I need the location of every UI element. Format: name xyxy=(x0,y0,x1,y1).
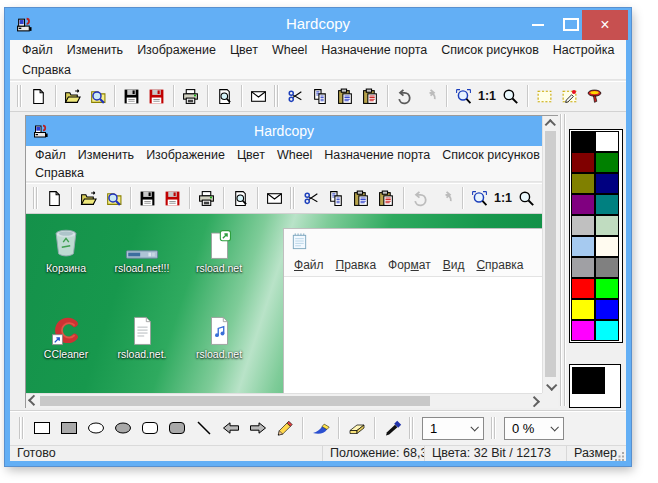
scroll-right-button[interactable] xyxy=(528,394,542,408)
toolbar-grip[interactable] xyxy=(19,416,25,440)
print-preview-button[interactable] xyxy=(212,84,237,109)
scroll-up-button[interactable] xyxy=(543,116,558,131)
scroll-down-button[interactable] xyxy=(543,378,558,393)
capture-button[interactable] xyxy=(582,84,607,109)
cut-button[interactable] xyxy=(299,186,324,211)
menu-item-Wheel[interactable]: Wheel xyxy=(265,40,314,60)
rectangle-button[interactable] xyxy=(28,416,55,440)
menu-item-Изменить[interactable]: Изменить xyxy=(60,40,130,60)
new-document-button[interactable] xyxy=(42,186,67,211)
palette-swatch-#000080[interactable] xyxy=(595,173,619,194)
child-title-bar[interactable]: Hardcopy xyxy=(26,116,542,146)
horizontal-scrollbar[interactable] xyxy=(26,393,542,408)
palette-swatch-#C0C0C0[interactable] xyxy=(571,215,595,236)
menu-item-Список рисунков[interactable]: Список рисунков xyxy=(436,146,542,164)
save-button[interactable] xyxy=(119,84,144,109)
rounded-rectangle-filled-button[interactable] xyxy=(163,416,190,440)
menu-item-Справка[interactable]: Справка xyxy=(29,164,90,182)
zoom-100-button[interactable]: 1:1 xyxy=(476,84,498,109)
rounded-rectangle-button[interactable] xyxy=(136,416,163,440)
arrow-left-button[interactable] xyxy=(217,416,244,440)
palette-swatch-#808080[interactable] xyxy=(595,257,619,278)
resize-grip[interactable] xyxy=(615,450,625,460)
arrow-right-button[interactable] xyxy=(244,416,271,440)
zoom-window-button[interactable] xyxy=(467,186,492,211)
title-bar[interactable]: Hardcopy × xyxy=(5,8,631,40)
zoom-button[interactable] xyxy=(514,186,539,211)
send-mail-button[interactable] xyxy=(246,84,271,109)
palette-swatch-#A0A0A4[interactable] xyxy=(571,257,595,278)
zoom-button[interactable] xyxy=(498,84,523,109)
pencil-button[interactable] xyxy=(271,416,298,440)
marker-button[interactable] xyxy=(307,416,334,440)
print-button[interactable] xyxy=(194,186,219,211)
toolbar-grip[interactable] xyxy=(290,186,296,210)
open-button[interactable] xyxy=(76,186,101,211)
menu-item-Wheel[interactable]: Wheel xyxy=(271,146,318,164)
palette-swatch-#FFFFFF[interactable] xyxy=(595,131,619,152)
save-as-button[interactable] xyxy=(160,186,185,211)
toolbar-grip[interactable] xyxy=(17,84,23,108)
close-button[interactable]: × xyxy=(582,10,628,40)
menu-item-Файл[interactable]: Файл xyxy=(29,146,72,164)
copy-button[interactable] xyxy=(308,84,333,109)
toolbar-grip[interactable] xyxy=(409,416,415,440)
ellipse-filled-button[interactable] xyxy=(109,416,136,440)
zoom-window-button[interactable] xyxy=(451,84,476,109)
open-button[interactable] xyxy=(60,84,85,109)
send-mail-button[interactable] xyxy=(262,186,287,211)
cut-button[interactable] xyxy=(283,84,308,109)
palette-swatch-#00FFFF[interactable] xyxy=(595,320,619,341)
menu-item-Изменить[interactable]: Изменить xyxy=(72,146,140,164)
print-button[interactable] xyxy=(178,84,203,109)
menu-item-Цвет[interactable]: Цвет xyxy=(223,40,265,60)
open-preview-button[interactable] xyxy=(85,84,110,109)
open-preview-button[interactable] xyxy=(101,186,126,211)
paste-button[interactable] xyxy=(333,84,358,109)
toolbar-grip[interactable] xyxy=(274,84,280,108)
line-button[interactable] xyxy=(190,416,217,440)
palette-swatch-#800000[interactable] xyxy=(571,152,595,173)
paste-special-button[interactable] xyxy=(374,186,399,211)
line-width-dropdown[interactable]: 1 xyxy=(422,417,484,440)
vertical-scroll-thumb[interactable] xyxy=(545,131,556,377)
redo-button[interactable] xyxy=(417,84,442,109)
opacity-dropdown-button[interactable] xyxy=(545,418,563,439)
redo-button[interactable] xyxy=(433,186,458,211)
minimize-button[interactable] xyxy=(525,8,551,40)
eraser-button[interactable] xyxy=(343,416,370,440)
menu-item-Справка[interactable]: Справка xyxy=(15,60,78,80)
paste-special-button[interactable] xyxy=(358,84,383,109)
menu-item-Файл[interactable]: Файл xyxy=(15,40,60,60)
palette-swatch-#000000[interactable] xyxy=(571,131,595,152)
undo-button[interactable] xyxy=(392,84,417,109)
palette-swatch-#008080[interactable] xyxy=(595,194,619,215)
new-document-button[interactable] xyxy=(26,84,51,109)
undo-button[interactable] xyxy=(408,186,433,211)
menu-item-Настройка[interactable]: Настройка xyxy=(546,40,622,60)
menu-item-Назначение порта[interactable]: Назначение порта xyxy=(318,146,436,164)
menu-item-Изображение[interactable]: Изображение xyxy=(140,146,231,164)
select-rectangle-button[interactable] xyxy=(532,84,557,109)
line-width-dropdown-button[interactable] xyxy=(465,418,483,439)
ellipse-button[interactable] xyxy=(82,416,109,440)
save-button[interactable] xyxy=(135,186,160,211)
edit-selection-button[interactable] xyxy=(557,84,582,109)
menu-item-Назначение порта[interactable]: Назначение порта xyxy=(314,40,434,60)
rectangle-filled-button[interactable] xyxy=(55,416,82,440)
paste-button[interactable] xyxy=(349,186,374,211)
palette-swatch-#808000[interactable] xyxy=(571,173,595,194)
palette-swatch-#800080[interactable] xyxy=(571,194,595,215)
maximize-button[interactable] xyxy=(557,8,583,40)
palette-swatch-#FFFBF0[interactable] xyxy=(595,236,619,257)
palette-swatch-#00FF00[interactable] xyxy=(595,278,619,299)
palette-swatch-#FF0000[interactable] xyxy=(571,278,595,299)
menu-item-Изображение[interactable]: Изображение xyxy=(130,40,223,60)
toolbar-grip[interactable] xyxy=(491,416,497,440)
menu-item-Список рисунков[interactable]: Список рисунков xyxy=(434,40,546,60)
copy-button[interactable] xyxy=(324,186,349,211)
color-picker-button[interactable] xyxy=(379,416,406,440)
palette-swatch-#FFFF00[interactable] xyxy=(571,299,595,320)
zoom-100-button[interactable]: 1:1 xyxy=(492,186,514,211)
palette-swatch-#FF00FF[interactable] xyxy=(571,320,595,341)
